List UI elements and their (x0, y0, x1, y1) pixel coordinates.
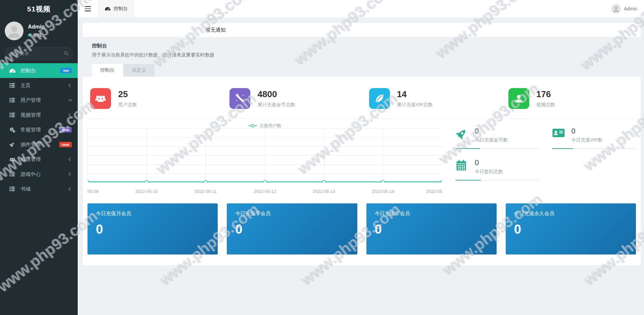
calendar-icon (456, 158, 469, 171)
progress-track (456, 148, 539, 149)
x-axis-tick-label: 2022-05 (426, 189, 442, 194)
stat-label: 累计充值金币总数 (257, 102, 295, 108)
card-value: 0 (96, 222, 209, 237)
sidebar-item-dashboard[interactable]: 控制台 hot (0, 63, 78, 78)
stat-card-vip: 14 累计充值VIP总数 (366, 87, 497, 119)
chart-x-axis: 05-092022-05-102022-05-112022-05-122022-… (87, 187, 442, 194)
progress-track (552, 148, 636, 149)
user-status-label: 在线 (33, 32, 42, 38)
chart-data-point (322, 181, 325, 183)
x-axis-tick-label: 2022-05-13 (313, 189, 335, 194)
search-input[interactable] (5, 47, 73, 60)
sidebar-item-plugin-management[interactable]: 插件管理 new (0, 137, 78, 152)
id-card-icon (552, 127, 566, 138)
middle-row: 注册用户数 05-092022-05-102022-05-112022-05-1… (87, 124, 636, 194)
user-icon (508, 88, 529, 109)
sidebar-item-video-management[interactable]: 视频管理 (0, 108, 78, 122)
panel-header: 控制台 用于展示当前系统中的统计数据、统计报表及重要实时数据 (83, 37, 641, 58)
chart-data-point (441, 181, 442, 183)
card-yearly-member: 今日充值年会员 0 (366, 203, 497, 254)
chevron-left-icon (68, 83, 72, 87)
today-stat-value: 0 (475, 158, 503, 167)
chart-line-series (87, 128, 442, 183)
chevron-down-icon (68, 97, 72, 101)
sidebar-item-home[interactable]: 主页 (0, 78, 78, 93)
chart-data-point (87, 181, 89, 183)
app-logo: 51视频 (0, 0, 78, 18)
magic-wand-icon (229, 88, 250, 109)
sidebar-item-user-management[interactable]: 用户管理 (0, 93, 78, 108)
tachometer-icon (105, 6, 111, 11)
card-value: 0 (235, 222, 349, 237)
chevron-left-icon (68, 113, 72, 117)
topbar-user-label: Admin (624, 6, 637, 11)
x-axis-tick-label: 2022-05-11 (195, 189, 217, 194)
search-icon[interactable] (64, 51, 69, 57)
today-stat-label: 今日签到总数 (475, 169, 503, 175)
hot-badge: hot (61, 68, 72, 73)
rocket-icon (456, 127, 469, 140)
sidebar-item-general-management[interactable]: 常规管理 new (0, 122, 78, 137)
dashboard-body: 25 用户总数 4800 累计充值金币总数 14 累 (83, 77, 641, 265)
registered-users-chart: 注册用户数 05-092022-05-102022-05-112022-05-1… (87, 124, 442, 194)
chart-plot-area (87, 128, 442, 183)
user-panel: Admin 在线 (0, 18, 78, 42)
sidebar-search (5, 47, 73, 60)
list-icon (9, 97, 16, 103)
card-monthly-member: 今日充值月会员 0 (87, 203, 218, 254)
progress-track (456, 180, 539, 181)
page-title: 控制台 (92, 43, 632, 49)
today-stat-label: 今日充值金币数 (475, 137, 508, 143)
x-axis-tick-label: 2022-05-12 (254, 189, 276, 194)
tab-custom[interactable]: 自定义 (123, 64, 154, 77)
user-name: Admin (28, 24, 45, 30)
stat-value: 25 (118, 89, 137, 100)
sidebar-item-label: 权限管理 (21, 156, 41, 163)
list-icon (9, 83, 16, 88)
chevron-left-icon (68, 172, 72, 176)
card-title: 今日充值年会员 (375, 210, 488, 217)
sidebar-item-permission-management[interactable]: 权限管理 (0, 152, 78, 167)
stat-card-coins: 4800 累计充值金币总数 (227, 87, 357, 119)
progress-fill (456, 148, 480, 149)
today-stat-value: 0 (475, 127, 508, 135)
sidebar-item-label: 书城 (21, 186, 31, 192)
new-badge: new (59, 127, 72, 132)
x-axis-tick-label: 05-09 (87, 189, 99, 194)
chart-legend[interactable]: 注册用户数 (248, 123, 281, 129)
sidebar-item-game-center[interactable]: 游戏中心 (0, 167, 78, 182)
topbar-user-menu[interactable]: Admin (611, 4, 644, 13)
page-subtitle: 用于展示当前系统中的统计数据、统计报表及重要实时数据 (92, 52, 632, 58)
stat-value: 14 (397, 89, 433, 100)
topbar-tab-dashboard[interactable]: 控制台 (98, 0, 135, 17)
list-icon (9, 112, 16, 118)
notice-bar: 暂无通知 (83, 23, 641, 37)
stat-label: 累计充值VIP总数 (397, 102, 433, 108)
hamburger-icon[interactable] (78, 6, 98, 11)
sidebar-item-label: 主页 (21, 82, 31, 89)
sidebar-item-label: 视频管理 (21, 112, 41, 118)
sidebar-menu: 控制台 hot 主页 用户管理 视频管理 (0, 63, 78, 196)
sidebar-item-book-city[interactable]: 书城 (0, 182, 78, 196)
online-dot-icon (28, 34, 31, 37)
card-quarterly-member: 今日充值季会员 0 (227, 203, 357, 254)
main-content: 暂无通知 控制台 用于展示当前系统中的统计数据、统计报表及重要实时数据 控制台 … (78, 17, 644, 315)
legend-marker-icon (248, 124, 257, 128)
stat-card-users: 25 用户总数 (87, 87, 218, 119)
sidebar: 51视频 Admin 在线 控制台 hot (0, 0, 78, 315)
stat-label: 用户总数 (118, 102, 137, 108)
sidebar-item-label: 用户管理 (21, 97, 41, 104)
x-axis-tick-label: 2022-05-10 (135, 189, 158, 194)
new-badge: new (59, 142, 72, 147)
chevron-left-icon (68, 187, 72, 191)
chart-data-point (382, 181, 385, 183)
chart-data-point (204, 181, 207, 183)
legend-label: 注册用户数 (259, 123, 281, 129)
tab-dashboard[interactable]: 控制台 (92, 64, 123, 77)
rocket-icon (9, 142, 16, 148)
users-icon (9, 157, 16, 162)
avatar (611, 4, 621, 13)
today-stat-coins: 0 今日充值金币数 (456, 127, 539, 149)
card-value: 0 (375, 222, 488, 237)
sidebar-item-label: 常规管理 (21, 127, 41, 133)
